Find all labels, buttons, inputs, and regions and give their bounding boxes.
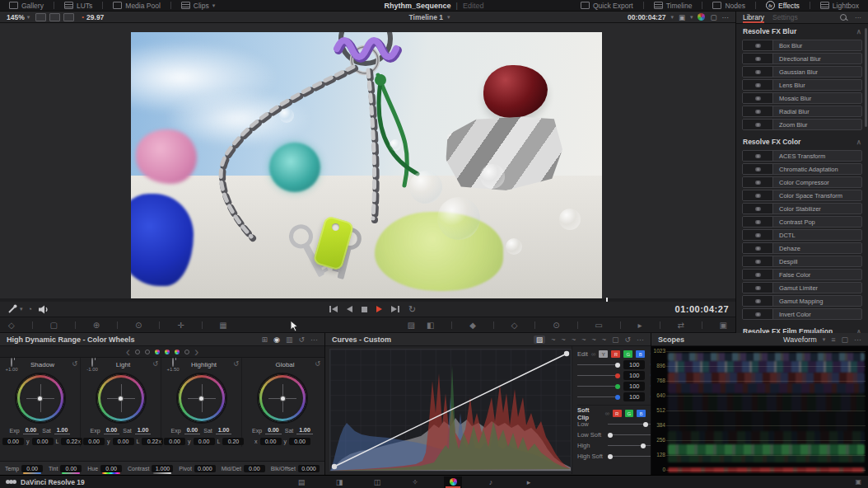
curves-expand-icon[interactable]: ▢: [612, 336, 619, 344]
stop-button[interactable]: [362, 307, 367, 312]
enhanced-viewer-icon[interactable]: [63, 13, 74, 21]
curve-mode-hue-vs-sat-icon[interactable]: ~: [562, 336, 566, 344]
page-fairlight-button[interactable]: ♪: [482, 476, 500, 488]
magnify-tool-icon[interactable]: ⊙: [135, 321, 142, 330]
keyframe-tool-icon[interactable]: ▸: [638, 321, 642, 330]
wipe-tool-icon[interactable]: ▨: [407, 321, 414, 330]
split-tool-icon[interactable]: ◧: [427, 321, 434, 330]
swap-tool-icon[interactable]: ⇄: [677, 321, 684, 330]
curve-mode-sat-vs-lum-icon[interactable]: ~: [602, 336, 606, 344]
fx-item-mosaic-blur[interactable]: Mosaic Blur: [742, 92, 862, 104]
high-soft-slider[interactable]: [608, 456, 656, 457]
page-cut-button[interactable]: ◨: [330, 476, 348, 488]
play-button[interactable]: [376, 306, 382, 312]
tab-settings[interactable]: Settings: [772, 12, 798, 23]
zone-dot-active[interactable]: [155, 350, 160, 354]
zones-back-icon[interactable]: ‹: [126, 345, 130, 359]
text-tool-icon[interactable]: ▭: [595, 321, 602, 330]
page-deliver-button[interactable]: ▸: [520, 476, 538, 488]
fx-item-gamut-mapping[interactable]: Gamut Mapping: [742, 295, 862, 307]
timeline-selector[interactable]: Timeline 1: [409, 13, 443, 21]
fx-item-despill[interactable]: Despill: [742, 256, 862, 267]
fx-item-zoom-blur[interactable]: Zoom Blur: [742, 119, 862, 130]
fx-item-box-blur[interactable]: Box Blur: [742, 40, 862, 51]
page-color-button[interactable]: [444, 476, 462, 488]
fx-item-dctl[interactable]: DCTL: [742, 229, 862, 241]
highlight-exp-value[interactable]: 0.00: [184, 427, 201, 434]
shadow-y-value[interactable]: 0.00: [32, 438, 54, 445]
fx-item-chromatic-adaptation[interactable]: Chromatic Adaptation: [742, 163, 862, 175]
b-gain-value[interactable]: 100: [623, 392, 645, 401]
fx-item-aces-transform[interactable]: ACES Transform: [742, 150, 862, 162]
shadow-exp-value[interactable]: 0.00: [23, 427, 40, 434]
info-tool-icon[interactable]: ▣: [720, 321, 727, 330]
nodes-button[interactable]: Nodes: [708, 0, 749, 12]
high-slider[interactable]: [608, 445, 656, 446]
soft-clip-g-button[interactable]: G: [625, 410, 634, 417]
contrast-value[interactable]: 1.000: [152, 465, 173, 472]
shadow-sat-value[interactable]: 1.00: [54, 427, 71, 434]
library-options-icon[interactable]: ···: [855, 14, 861, 21]
y-gain-value[interactable]: 100: [623, 360, 645, 369]
tint-value[interactable]: 0.00: [60, 465, 82, 472]
curve-mode-sat-vs-sat-icon[interactable]: ~: [591, 336, 595, 344]
light-falloff-dial[interactable]: [91, 358, 93, 367]
hue-value[interactable]: 0.00: [100, 465, 122, 472]
r-gain-slider[interactable]: [577, 375, 620, 376]
unmix-tool-icon[interactable]: ◇: [8, 321, 15, 330]
low-soft-slider[interactable]: [608, 434, 656, 435]
pivot-value[interactable]: 0.000: [194, 465, 216, 472]
g-gain-slider[interactable]: [577, 386, 620, 387]
curves-options-icon[interactable]: ···: [637, 336, 644, 344]
fx-item-false-color[interactable]: False Color: [742, 269, 862, 280]
highlight-color-wheel[interactable]: [178, 374, 226, 422]
fx-item-color-space-transform[interactable]: Color Space Transform: [742, 190, 862, 201]
highlight-falloff-dial[interactable]: [172, 358, 174, 367]
highlight-y-value[interactable]: 0.00: [194, 438, 215, 445]
quick-export-button[interactable]: Quick Export: [576, 0, 637, 12]
media-pool-button[interactable]: Media Pool: [109, 0, 165, 12]
outline-tool-icon[interactable]: ◇: [511, 321, 518, 330]
light-x-value[interactable]: 0.00: [83, 438, 105, 445]
eyedropper-icon[interactable]: [7, 304, 18, 314]
curve-mode-hue-vs-lum-icon[interactable]: ~: [572, 336, 576, 344]
picker-tool-icon[interactable]: ◆: [469, 321, 476, 330]
timer-tool-icon[interactable]: ⊙: [553, 321, 559, 330]
zone-dot[interactable]: [145, 350, 150, 354]
section-resolve-fx-blur[interactable]: Resolve FX Blur∧: [736, 24, 868, 38]
curve-mode-lum-vs-sat-icon[interactable]: ~: [581, 336, 586, 344]
global-reset-icon[interactable]: ↺: [307, 359, 320, 368]
y-gain-slider[interactable]: [577, 364, 620, 365]
fx-item-radial-blur[interactable]: Radial Blur: [742, 106, 862, 117]
tracker-tool-icon[interactable]: ✛: [177, 321, 184, 330]
section-resolve-fx-color[interactable]: Resolve FX Color∧: [736, 134, 868, 148]
loop-button[interactable]: ↻: [408, 304, 416, 315]
light-color-wheel[interactable]: [97, 374, 145, 422]
timeline-button[interactable]: Timeline: [650, 0, 697, 12]
highlight-x-value[interactable]: 0.00: [164, 438, 185, 445]
curve-mode-custom-icon[interactable]: ▨: [534, 336, 546, 344]
effects-button[interactable]: fx Effects: [762, 0, 804, 12]
zoom-chevron-icon[interactable]: ▾: [27, 14, 30, 21]
temp-value[interactable]: 0.00: [21, 465, 43, 472]
scope-mode-select[interactable]: Waveform: [783, 336, 817, 344]
fx-item-lens-blur[interactable]: Lens Blur: [742, 79, 862, 91]
graph-mode-icon[interactable]: ▥: [286, 336, 293, 344]
soft-clip-b-button[interactable]: B: [637, 410, 646, 417]
hdr-reset-icon[interactable]: ↺: [298, 336, 305, 344]
mid-detail-value[interactable]: 0.00: [244, 465, 265, 472]
step-back-button[interactable]: [347, 306, 352, 312]
scope-mode-chevron-icon[interactable]: ▾: [823, 336, 826, 343]
page-edit-button[interactable]: ◫: [368, 476, 386, 488]
b-gain-slider[interactable]: [577, 396, 620, 397]
add-zone-icon[interactable]: ⊞: [262, 336, 268, 344]
highlight-reset-icon[interactable]: ↺: [226, 359, 239, 368]
grid-tool-icon[interactable]: ▦: [219, 321, 226, 330]
zone-dot-active[interactable]: [165, 350, 170, 354]
low-slider[interactable]: [608, 424, 656, 425]
link-channels-icon[interactable]: ∞: [591, 350, 595, 358]
page-fusion-button[interactable]: ✧: [406, 476, 424, 488]
project-manager-icon[interactable]: ▣: [855, 478, 861, 486]
light-sat-value[interactable]: 1.00: [135, 427, 152, 434]
channel-b-button[interactable]: B: [636, 350, 645, 358]
